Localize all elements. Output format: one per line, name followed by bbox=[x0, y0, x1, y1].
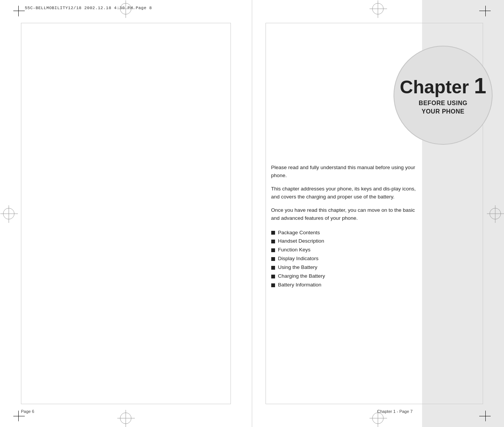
crop-mark-br-h bbox=[479, 416, 491, 416]
crop-mark-tr-v bbox=[485, 6, 486, 16]
reg-mark-left bbox=[3, 208, 14, 219]
right-page: Chapter 1 BEFORE USING YOUR PHONE Please… bbox=[252, 0, 504, 427]
list-item-label: Using the Battery bbox=[278, 263, 318, 272]
list-item: Handset Description bbox=[271, 237, 417, 246]
list-item: Package Contents bbox=[271, 229, 417, 237]
reg-mark-top bbox=[120, 3, 131, 14]
list-item: Function Keys bbox=[271, 246, 417, 254]
intro-paragraph-2: This chapter addresses your phone, its k… bbox=[271, 185, 417, 201]
reg-mark-bottom-right bbox=[372, 413, 384, 424]
chapter-subtitle: BEFORE USING YOUR PHONE bbox=[419, 99, 467, 116]
crop-mark-bl-v bbox=[18, 411, 19, 421]
border-top bbox=[21, 23, 231, 23]
bullet-square-icon bbox=[271, 248, 275, 252]
bullet-square-icon bbox=[271, 275, 275, 278]
border-bottom-right bbox=[266, 404, 483, 404]
crop-mark-tr-h bbox=[479, 11, 491, 11]
right-page-number: Chapter 1 - Page 7 bbox=[377, 409, 413, 414]
list-item-label: Package Contents bbox=[278, 229, 320, 237]
chapter-circle: Chapter 1 BEFORE USING YOUR PHONE bbox=[394, 46, 493, 145]
left-page-number: Page 6 bbox=[21, 409, 34, 414]
border-left-right bbox=[266, 23, 266, 404]
chapter-label: Chapter bbox=[400, 77, 469, 97]
list-item-label: Handset Description bbox=[278, 237, 325, 246]
reg-mark-bottom bbox=[120, 413, 131, 424]
chapter-number: 1 bbox=[474, 73, 486, 98]
reg-mark-right bbox=[490, 208, 501, 219]
content-area: Please read and fully understand this ma… bbox=[271, 164, 417, 397]
list-item: Using the Battery bbox=[271, 263, 417, 272]
bullet-square-icon bbox=[271, 240, 275, 243]
left-page: 55C-BELLMOBILITY12/18 2002.12.18 4:30 PM… bbox=[0, 0, 252, 427]
list-item-label: Battery Information bbox=[278, 281, 322, 289]
header-file-info: 55C-BELLMOBILITY12/18 2002.12.18 4:30 PM… bbox=[25, 6, 152, 10]
list-item: Charging the Battery bbox=[271, 272, 417, 281]
border-left bbox=[21, 23, 21, 404]
intro-paragraph-1: Please read and fully understand this ma… bbox=[271, 164, 417, 180]
intro-paragraph-3: Once you have read this chapter, you can… bbox=[271, 206, 417, 222]
page-spread: 55C-BELLMOBILITY12/18 2002.12.18 4:30 PM… bbox=[0, 0, 504, 427]
crop-mark-tl-h bbox=[13, 11, 25, 11]
crop-mark-br-v bbox=[485, 411, 486, 421]
list-item-label: Charging the Battery bbox=[278, 272, 325, 281]
bullet-square-icon bbox=[271, 257, 275, 261]
bullet-square-icon bbox=[271, 266, 275, 270]
bullet-list: Package ContentsHandset DescriptionFunct… bbox=[271, 229, 417, 290]
reg-mark-top-right bbox=[372, 3, 384, 14]
list-item-label: Display Indicators bbox=[278, 254, 319, 263]
border-bottom bbox=[21, 404, 231, 404]
bullet-square-icon bbox=[271, 283, 275, 287]
bullet-square-icon bbox=[271, 231, 275, 235]
crop-mark-bl-h bbox=[13, 416, 25, 416]
border-top-right bbox=[266, 23, 483, 23]
border-right bbox=[230, 23, 231, 404]
crop-mark-tl-v bbox=[18, 6, 19, 16]
list-item: Battery Information bbox=[271, 281, 417, 289]
list-item-label: Function Keys bbox=[278, 246, 311, 254]
list-item: Display Indicators bbox=[271, 254, 417, 263]
